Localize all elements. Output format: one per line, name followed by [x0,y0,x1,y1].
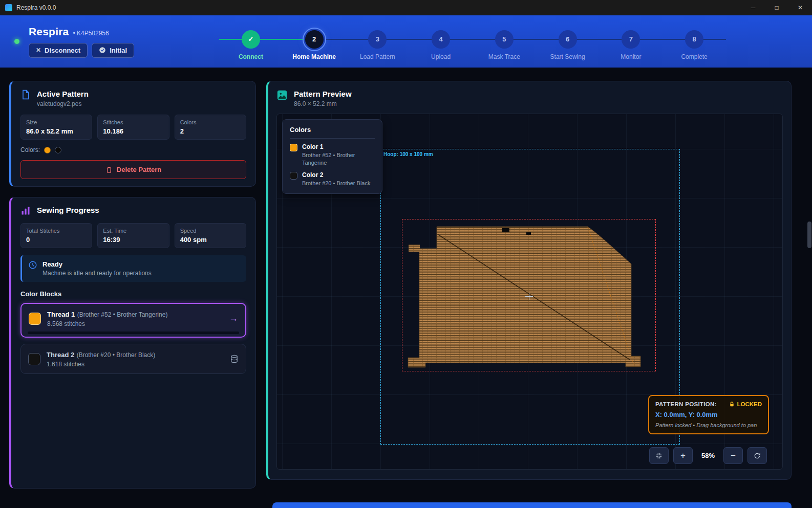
brand-name: Respira [29,26,69,38]
stat-colors: Colors 2 [175,115,246,140]
step-label-connect: Connect [219,53,283,60]
step-circle-8: 8 [685,30,703,49]
step-circle-1: ✓ [242,30,260,49]
refresh-icon [754,452,761,459]
circle-check-icon [99,47,106,54]
thread-1-swatch [29,313,41,325]
color-swatch-black [55,147,61,153]
minimize-button[interactable]: ─ [741,0,765,15]
legend-swatch-1 [290,144,297,151]
step-label-monitor: Monitor [600,53,663,60]
status-title: Ready [42,260,152,268]
disconnect-label: Disconnect [45,47,80,54]
step-mask-trace[interactable]: 5 Mask Trace [473,30,536,60]
step-load-pattern[interactable]: 3 Load Pattern [346,30,410,60]
stat-total-stitches: Total Stitches 0 [20,223,92,248]
pattern-colors-row: Colors: [20,146,246,153]
initial-button[interactable]: Initial [92,43,134,58]
close-button[interactable]: ✕ [788,0,812,15]
zoom-controls: + 58% − [649,447,767,464]
window-controls: ─ □ ✕ [741,0,812,15]
step-label-upload: Upload [409,53,473,60]
status-description: Machine is idle and ready for operations [42,270,152,277]
scrollbar-thumb[interactable] [807,222,811,248]
active-pattern-title: Active Pattern [37,90,89,98]
pattern-preview-panel: Pattern Preview 86.0 × 52.2 mm Colors Co… [266,81,792,480]
legend-item-color-2: Color 2 Brother #20 • Brother Black [290,171,375,187]
position-title: PATTERN POSITION: [655,401,717,407]
arrow-right-icon: → [229,313,238,324]
zoom-out-button[interactable]: − [723,447,743,464]
thread-row-2[interactable]: Thread 2 (Brother #20 • Brother Black) 1… [20,344,246,374]
step-circle-6: 6 [559,30,577,49]
pattern-position-overlay: PATTERN POSITION: LOCKED X: 0.0mm, Y: 0.… [648,395,769,434]
preview-title: Pattern Preview [294,90,352,98]
position-coordinates: X: 0.0mm, Y: 0.0mm [655,411,762,418]
delete-pattern-button[interactable]: Delete Pattern [20,160,246,179]
disconnect-button[interactable]: ✕ Disconnect [29,43,88,58]
colors-legend-card: Colors Color 1 Brother #52 • Brother Tan… [282,119,382,194]
step-monitor[interactable]: 7 Monitor [600,30,663,60]
step-circle-3: 3 [368,30,387,49]
machine-serial: • K4P502956 [73,30,109,37]
step-connect[interactable]: ✓ Connect [219,30,283,60]
step-label-mask-trace: Mask Trace [473,53,536,60]
color-blocks-label: Color Blocks [20,290,246,298]
stat-size: Size 86.0 x 52.2 mm [20,115,92,140]
pattern-filename: valetudogv2.pes [37,100,89,107]
thread-1-progress-bar [28,332,239,334]
connection-status-dot [14,39,19,44]
step-label-home-machine: Home Machine [283,53,346,60]
position-hint: Pattern locked • Drag background to pan [655,422,762,428]
zoom-level: 58% [697,452,719,459]
brand-block: Respira • K4P502956 ✕ Disconnect Initial [29,26,219,58]
window-titlebar: Respira v0.0.0 ─ □ ✕ [0,0,812,15]
thread-1-detail: (Brother #52 • Brother Tangerine) [77,311,168,318]
thread-2-swatch [28,353,40,365]
hoop-label: Hoop: 100 x 100 mm [383,151,433,157]
sewing-progress-title: Sewing Progress [37,206,99,214]
step-start-sewing[interactable]: 6 Start Sewing [536,30,600,60]
thread-2-stitches: 1.618 stitches [47,361,224,368]
reset-view-button[interactable] [747,447,767,464]
footer-bar[interactable] [272,502,792,508]
preview-dimensions: 86.0 × 52.2 mm [294,100,352,107]
fit-view-button[interactable] [649,447,669,464]
bar-chart-icon [20,206,31,216]
step-upload[interactable]: 4 Upload [409,30,473,60]
clock-icon [28,260,37,270]
workflow-stepper: ✓ Connect 2 Home Machine 3 Load Pattern … [219,30,726,60]
trash-icon [105,166,113,173]
close-icon: ✕ [36,47,41,54]
legend-divider [290,138,375,139]
thread-1-stitches: 8.568 stitches [47,320,223,327]
window-title: Respira v0.0.0 [16,4,56,11]
scrollbar[interactable] [807,69,811,501]
thread-2-detail: (Brother #20 • Brother Black) [77,351,156,359]
lock-icon [729,402,735,407]
app-icon [5,4,12,11]
maximize-button[interactable]: □ [765,0,788,15]
thread-1-name: Thread 1 [47,311,75,318]
app-header: Respira • K4P502956 ✕ Disconnect Initial… [0,15,812,68]
step-complete[interactable]: 8 Complete [663,30,726,60]
step-circle-7: 7 [622,30,640,49]
fit-view-icon [655,452,663,459]
preview-canvas[interactable]: Colors Color 1 Brother #52 • Brother Tan… [276,114,783,470]
delete-pattern-label: Delete Pattern [117,166,161,173]
step-label-load-pattern: Load Pattern [346,53,410,60]
initial-label: Initial [110,47,127,54]
zoom-in-button[interactable]: + [673,447,693,464]
thread-row-1[interactable]: Thread 1 (Brother #52 • Brother Tangerin… [20,303,246,338]
active-pattern-card: Active Pattern valetudogv2.pes Size 86.0… [9,81,256,187]
step-label-start-sewing: Start Sewing [536,53,600,60]
canvas-crosshair [525,293,533,300]
stat-speed: Speed 400 spm [175,223,246,248]
legend-title: Colors [290,126,375,134]
step-circle-4: 4 [432,30,450,49]
step-home-machine[interactable]: 2 Home Machine [283,30,346,60]
stat-est-time: Est. Time 16:39 [97,223,169,248]
step-circle-5: 5 [495,30,514,49]
colors-label: Colors: [20,146,40,153]
image-icon [276,90,288,101]
